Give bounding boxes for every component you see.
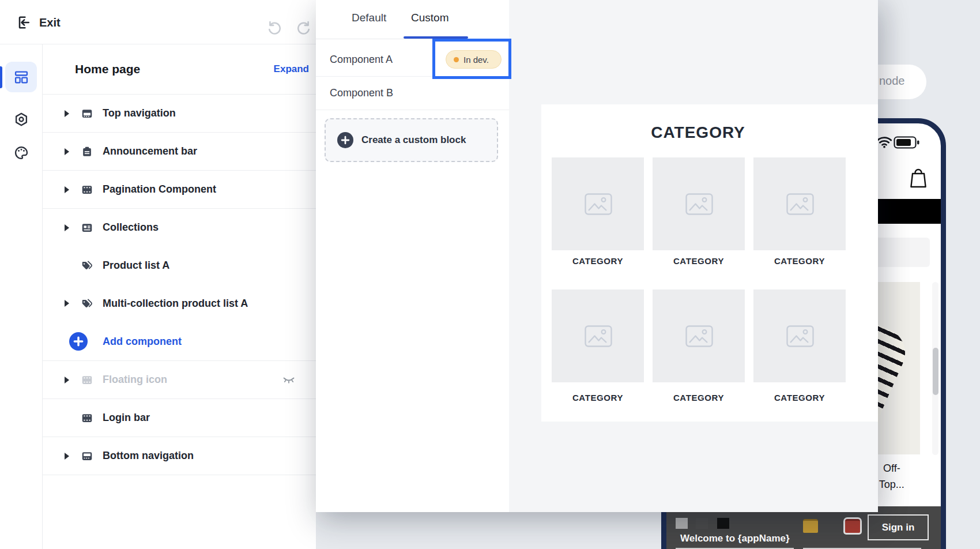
row-label: Floating icon (103, 374, 167, 386)
plus-circle-icon (69, 332, 88, 351)
undo-icon[interactable] (266, 19, 282, 35)
rail-active-indicator (0, 66, 2, 88)
row-bottom-navigation[interactable]: Bottom navigation (43, 437, 316, 475)
row-login-bar[interactable]: Login bar (43, 398, 316, 437)
add-component-button[interactable]: Add component (43, 322, 316, 360)
exit-label: Exit (39, 16, 61, 29)
image-placeholder-icon (685, 325, 713, 347)
caret-icon[interactable] (65, 300, 69, 307)
tab-custom[interactable]: Custom (411, 12, 448, 24)
caret-spacer (65, 262, 69, 269)
menu-item-label: Component A (330, 54, 393, 66)
sign-in-button[interactable]: Sign in (868, 514, 929, 540)
menu-item-label: Component B (330, 87, 393, 99)
expand-link[interactable]: Expand (274, 63, 309, 75)
shopping-bag-icon[interactable] (909, 167, 928, 189)
category-tile-label: CATEGORY (653, 393, 745, 403)
block-preview-pane: CATEGORY CATEGORY CATEGORY CATEGORY (509, 0, 878, 512)
panel-header: Home page Expand (43, 44, 316, 94)
product-title-line1: Off- (883, 462, 900, 475)
layout-builder-icon[interactable] (13, 69, 29, 85)
row-floating-icon[interactable]: Floating icon (43, 360, 316, 398)
settings-nut-icon[interactable] (13, 111, 29, 127)
row-label: Collections (103, 221, 159, 234)
row-pagination-component[interactable]: Pagination Component (43, 170, 316, 208)
pagination-component-icon (81, 183, 93, 196)
floating-icon-icon (81, 374, 93, 386)
category-tile-label: CATEGORY (753, 393, 846, 403)
caret-icon[interactable] (65, 453, 69, 460)
product-thumb-red (845, 519, 860, 533)
row-label: Login bar (103, 412, 150, 424)
redo-icon[interactable] (296, 19, 312, 35)
category-tile (653, 157, 745, 250)
row-collections[interactable]: Collections (43, 208, 316, 246)
battery-icon (894, 136, 920, 149)
caret-icon[interactable] (65, 377, 69, 383)
caret-icon[interactable] (65, 186, 69, 193)
welcome-text: Welcome to {appName} (680, 533, 790, 544)
tab-default[interactable]: Default (352, 12, 386, 24)
image-placeholder-icon (685, 193, 713, 215)
tab-bar: Default Custom (316, 0, 509, 39)
caret-icon[interactable] (65, 148, 69, 155)
color-swatch-black[interactable] (717, 518, 729, 529)
page-title: Home page (75, 62, 140, 76)
exit-icon (16, 14, 32, 31)
bottom-navigation-icon (81, 450, 93, 462)
welcome-login-bar: Welcome to {appName} Sign in Add to Cart… (666, 506, 941, 549)
left-icon-rail (0, 44, 43, 549)
image-placeholder-icon (786, 193, 814, 215)
product-tag-icon (81, 297, 93, 310)
menu-item-component-b[interactable]: Component B (316, 76, 509, 110)
top-bar: Exit (0, 0, 316, 44)
product-tag-icon (81, 259, 93, 272)
category-tile-label: CATEGORY (552, 256, 644, 266)
category-tile (753, 289, 846, 382)
sign-in-label: Sign in (882, 522, 915, 533)
category-tile-label: CATEGORY (753, 256, 846, 266)
phone-scrollbar-thumb[interactable] (933, 348, 938, 395)
row-label: Announcement bar (103, 145, 197, 157)
row-label: Pagination Component (103, 183, 216, 195)
announcement-bar-icon (81, 145, 93, 158)
row-multi-collection-product-list-a[interactable]: Multi-collection product list A (43, 284, 316, 322)
row-label: Bottom navigation (103, 450, 194, 462)
plus-circle-icon (337, 132, 353, 148)
row-announcement-bar[interactable]: Announcement bar (43, 132, 316, 170)
image-placeholder-icon (585, 193, 612, 215)
row-label: Multi-collection product list A (103, 298, 248, 310)
row-top-navigation[interactable]: Top navigation (43, 94, 316, 132)
category-tile (653, 289, 745, 382)
add-component-label: Add component (103, 336, 182, 348)
exit-button[interactable]: Exit (16, 13, 61, 32)
category-block-preview-card: CATEGORY CATEGORY CATEGORY CATEGORY (541, 104, 878, 422)
login-bar-icon (81, 412, 93, 424)
row-label: Product list A (103, 260, 169, 272)
annotation-highlight-box (432, 39, 511, 79)
category-tile (552, 157, 644, 250)
create-custom-block-button[interactable]: Create a custom block (325, 118, 498, 162)
image-placeholder-icon (585, 325, 612, 347)
category-tile-label: CATEGORY (552, 393, 644, 403)
category-tile (753, 157, 846, 250)
page-structure-panel: Home page Expand Top navigation Announce… (43, 44, 316, 549)
product-thumb-yellow (803, 519, 818, 533)
category-section-title: CATEGORY (541, 123, 855, 142)
list-end-divider (43, 475, 316, 475)
color-swatch-gray[interactable] (676, 518, 688, 529)
theme-palette-icon[interactable] (13, 145, 29, 161)
category-tile-label: CATEGORY (653, 256, 745, 266)
mode-pill-label: node (879, 74, 905, 88)
block-picker-overlay: Default Custom Component A In dev. Compo… (316, 0, 878, 512)
caret-icon[interactable] (65, 110, 69, 117)
top-navigation-icon (81, 107, 93, 120)
caret-icon[interactable] (65, 224, 69, 231)
row-product-list-a[interactable]: Product list A (43, 246, 316, 284)
wifi-icon (876, 135, 892, 149)
color-swatch-darkgray[interactable] (696, 518, 708, 529)
category-tile (552, 289, 644, 382)
visibility-off-icon[interactable] (282, 375, 295, 385)
image-placeholder-icon (786, 325, 814, 347)
row-label: Top navigation (103, 107, 176, 119)
